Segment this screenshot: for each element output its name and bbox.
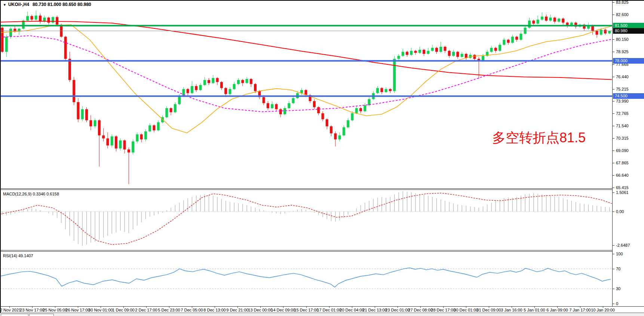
price-badge-74.500[interactable]: 74.500 [613, 93, 644, 99]
rsi-name: RSI(14) [3, 253, 17, 258]
axis-tick [613, 101, 614, 101]
time-axis-label: 25 Nov 05:00 [43, 308, 67, 312]
candle-down [313, 101, 316, 107]
rsi-axis-label: 30 [616, 286, 620, 291]
time-axis-label: 23 Dec 01:00 [385, 308, 410, 312]
candle-up [9, 29, 12, 37]
chart-tab[interactable] [1, 314, 28, 316]
candle-up [549, 18, 552, 21]
macd-values: 0.3346 0.6158 [33, 192, 59, 196]
axis-tick [613, 163, 614, 163]
candle-up [35, 16, 37, 20]
candle-up [347, 120, 349, 127]
price-axis-label: 71.540 [616, 123, 629, 128]
candle-down [456, 52, 459, 57]
time-axis-label: 23 Nov 17:00 [20, 308, 44, 312]
candle-down [1, 28, 4, 52]
text-annotation[interactable]: 多空转折点81.5 [492, 129, 586, 147]
candle-up [136, 134, 138, 142]
rsi-axis-label: 100 [616, 251, 623, 256]
price-badge-78.000[interactable]: 78.000 [613, 58, 644, 64]
candle-up [161, 117, 164, 122]
price-badge-81.500[interactable]: 81.500 [613, 23, 644, 28]
time-axis-label: 28 Dec 17:00 [431, 308, 455, 312]
price-axis-label: 66.640 [616, 173, 629, 178]
candle-down [254, 84, 257, 91]
candle-up [524, 28, 527, 34]
axis-tick [613, 245, 614, 246]
candle-down [89, 120, 92, 126]
candle-down [380, 88, 383, 92]
axis-tick [613, 175, 614, 176]
time-axis-label: 2 Dec 17:00 [135, 308, 157, 312]
panel-separator[interactable] [0, 250, 644, 252]
candle-up [519, 34, 522, 40]
candle-down [102, 136, 105, 139]
axis-tick [613, 192, 614, 193]
candle-up [355, 108, 358, 113]
ma-medium-magenta [0, 36, 612, 112]
chart-frame-top [0, 0, 644, 1]
rsi-axis-label: 70 [616, 266, 620, 271]
main-price-panel[interactable] [0, 0, 612, 188]
panel-separator[interactable] [0, 188, 644, 190]
axis-tick [613, 151, 614, 151]
time-axis-label: 31 Dec 09:00 [476, 308, 501, 312]
price-axis-label: 75.215 [616, 86, 629, 92]
candle-down [208, 80, 210, 83]
candle-down [515, 37, 518, 40]
candle-down [591, 26, 594, 31]
candle-down [326, 119, 328, 127]
candle-down [532, 21, 535, 24]
symbol-dropdown-icon[interactable]: ▼ [3, 3, 6, 7]
candle-down [30, 16, 33, 19]
candle-up [246, 79, 248, 83]
price-axis-label: 80.150 [616, 37, 629, 42]
candle-up [203, 80, 206, 85]
candle-up [418, 50, 421, 53]
price-axis-label: 67.865 [616, 160, 629, 165]
price-axis: 83.82582.60080.15078.92577.66576.44075.2… [612, 0, 644, 313]
axis-tick [613, 52, 614, 52]
candle-down [263, 97, 265, 103]
macd-panel[interactable] [0, 190, 612, 250]
axis-tick [613, 289, 614, 289]
price-axis-label: 69.090 [616, 148, 629, 153]
price-axis-label: 78.925 [616, 49, 629, 54]
chart-tab[interactable] [29, 314, 54, 316]
time-axis-label: 1 Dec 09:00 [112, 308, 134, 312]
chart-frame-left [0, 0, 1, 313]
time-axis-label: 9 Dec 21:00 [226, 308, 248, 312]
axis-tick [613, 64, 614, 65]
candle-down [85, 109, 88, 121]
candle-up [292, 98, 295, 103]
candle-up [402, 52, 404, 56]
candle-up [132, 142, 134, 153]
axis-tick [613, 113, 614, 114]
candle-down [98, 120, 101, 135]
candle-up [490, 48, 493, 52]
time-axis-label: 21 Dec 13:00 [362, 308, 387, 312]
candle-down [60, 25, 62, 37]
time-axis[interactable]: 22 Nov 202123 Nov 17:0025 Nov 05:0026 No… [0, 306, 644, 313]
candle-up [541, 16, 543, 19]
candle-up [178, 96, 181, 104]
price-badge-80.980[interactable]: 80.980 [613, 28, 644, 34]
candle-down [224, 88, 227, 94]
candle-up [165, 108, 168, 117]
time-axis-label: 5 Dec 23:00 [158, 308, 180, 312]
candle-up [144, 131, 147, 140]
time-axis-label: 3 Jan 16:00 [501, 308, 522, 312]
time-axis-label: 7 Dec 05:00 [181, 308, 203, 312]
candle-down [170, 108, 172, 112]
candle-up [452, 52, 455, 56]
candle-down [414, 51, 417, 53]
candle-down [115, 136, 117, 148]
candle-down [334, 133, 337, 139]
candle-down [128, 149, 130, 152]
price-axis-label: 72.765 [616, 111, 629, 116]
axis-tick [613, 15, 614, 15]
time-axis-label: 27 Dec 08:00 [408, 308, 432, 312]
rsi-panel[interactable] [0, 252, 612, 306]
candle-down [595, 31, 598, 35]
